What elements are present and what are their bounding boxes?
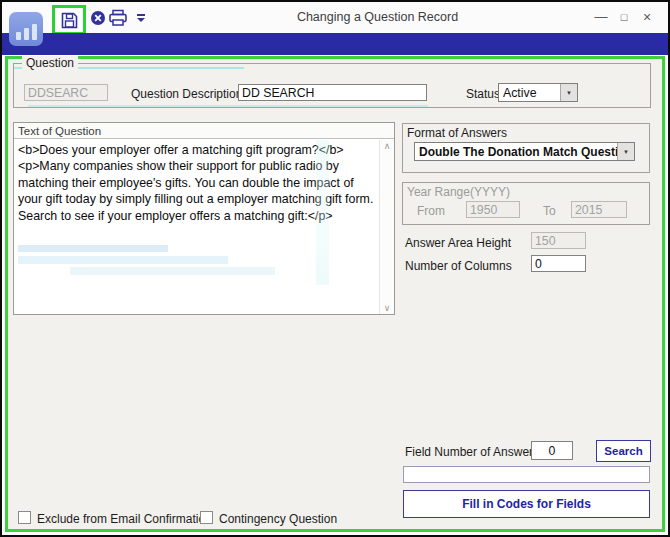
scroll-down-icon[interactable]: ∨ (380, 303, 394, 313)
dialog-window: Changing a Question Record — □ × Questio… (0, 0, 670, 537)
question-group: Question Question Description Status Act… (13, 63, 651, 108)
field-number-label: Field Number of Answer (405, 445, 533, 459)
contingency-checkbox[interactable] (200, 511, 213, 524)
year-from-field (466, 201, 520, 218)
fill-in-codes-button[interactable]: Fill in Codes for Fields (403, 490, 650, 518)
codes-field[interactable] (403, 466, 650, 483)
scroll-up-icon[interactable]: ∧ (380, 141, 394, 151)
format-dropdown-icon[interactable]: ▼ (617, 143, 634, 160)
year-range-group: Year Range(YYYY) From To (402, 182, 650, 225)
search-button[interactable]: Search (596, 440, 651, 462)
text-of-question-label: Text of Question (14, 123, 394, 139)
question-code-field (24, 84, 108, 101)
status-dropdown-icon[interactable]: ▼ (560, 84, 577, 101)
format-of-answers-value: Double The Donation Match Question (415, 143, 617, 160)
year-to-field (571, 201, 627, 218)
contingency-label: Contingency Question (219, 512, 337, 526)
format-of-answers-group: Format of Answers Double The Donation Ma… (402, 123, 650, 173)
question-group-label: Question (22, 56, 78, 70)
answer-area-height-label: Answer Area Height (405, 236, 511, 250)
close-button[interactable]: × (638, 8, 656, 26)
question-description-label: Question Description (131, 87, 242, 101)
exclude-email-checkbox[interactable] (18, 511, 31, 524)
text-of-question-editor[interactable]: <b>Does your employer offer a matching g… (14, 140, 379, 314)
answer-area-height-field (531, 232, 586, 249)
field-number-field[interactable] (531, 441, 573, 460)
ribbon-band (2, 33, 668, 55)
text-of-question-scrollbar[interactable]: ∧ ∨ (379, 140, 394, 314)
status-value: Active (499, 84, 560, 101)
question-description-field[interactable] (238, 84, 427, 101)
format-of-answers-combobox[interactable]: Double The Donation Match Question ▼ (414, 142, 635, 161)
number-of-columns-label: Number of Columns (405, 259, 512, 273)
format-of-answers-label: Format of Answers (407, 126, 507, 140)
text-of-question-panel: Text of Question <b>Does your employer o… (13, 122, 395, 315)
save-icon[interactable] (60, 11, 79, 30)
window-title: Changing a Question Record (87, 10, 668, 24)
year-to-label: To (543, 204, 556, 218)
exclude-email-label: Exclude from Email Confirmation (37, 512, 212, 526)
form-content: Question Question Description Status Act… (5, 56, 665, 532)
title-bar: Changing a Question Record — □ × (2, 2, 668, 33)
year-range-label: Year Range(YYYY) (407, 185, 510, 199)
year-from-label: From (417, 204, 445, 218)
app-logo-icon (9, 12, 43, 46)
number-of-columns-field[interactable] (531, 255, 586, 272)
maximize-button[interactable]: □ (615, 8, 633, 26)
status-label: Status (466, 87, 500, 101)
save-button-highlight (52, 5, 86, 35)
minimize-button[interactable]: — (592, 8, 610, 26)
status-combobox[interactable]: Active ▼ (498, 83, 578, 102)
